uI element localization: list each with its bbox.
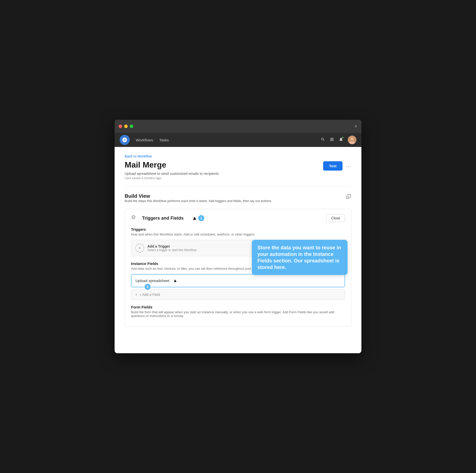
section-title-group: Build View Build the steps this Workflow… (125, 193, 272, 208)
add-field-label: + Add a Field (139, 293, 160, 297)
step2-badge: 2 (144, 283, 151, 290)
nav-workflows[interactable]: Workflows (136, 138, 153, 142)
expand-icon[interactable] (346, 194, 351, 201)
build-view-title: Build View (125, 193, 272, 199)
step1-indicator: ▲ 1 (192, 215, 205, 222)
nav-links: Workflows Tasks (136, 138, 321, 142)
svg-point-1 (351, 137, 354, 140)
add-field-row[interactable]: + + Add a Field (131, 289, 345, 300)
avatar-image (348, 136, 356, 144)
page-meta: Last saved 4 months ago (125, 176, 351, 180)
search-icon[interactable] (321, 137, 325, 143)
triggers-section: Triggers How and when this Workflow star… (131, 227, 345, 256)
cursor-icon-2: ▲ (172, 278, 178, 284)
add-trigger-text-group: Add a Trigger Select a trigger to start … (147, 244, 196, 252)
triggers-title: Triggers (131, 227, 345, 231)
header-actions: Test ··· (323, 161, 351, 171)
nav-tasks[interactable]: Tasks (159, 138, 169, 142)
form-fields-desc: Build the form that will appear when you… (131, 310, 345, 318)
logo-icon (122, 137, 127, 143)
minimize-window-button[interactable] (124, 125, 128, 128)
panel-title-row: ⚙ Triggers and Fields ▲ 1 (131, 214, 326, 222)
new-tab-button[interactable]: + (354, 124, 357, 129)
panel-title: Triggers and Fields (142, 216, 184, 221)
gear-icon: ⚙ (131, 214, 139, 222)
nav-icons (321, 136, 356, 144)
divider (125, 186, 351, 186)
grid-icon[interactable] (330, 137, 334, 143)
traffic-lights (119, 125, 133, 128)
instance-fields-inner: Upload spreadsheet ▲ 2 + + Add a Field (131, 274, 345, 300)
form-fields-section: Form Fields Build the form that will app… (131, 305, 345, 318)
panel-header: ⚙ Triggers and Fields ▲ 1 Close (131, 214, 345, 222)
nav-bar: Workflows Tasks (115, 133, 361, 147)
upload-spreadsheet-label: Upload spreadsheet (135, 279, 169, 283)
title-bar: + (115, 120, 361, 133)
notification-wrapper (339, 137, 343, 143)
step1-badge: 1 (198, 215, 205, 222)
avatar[interactable] (348, 136, 356, 144)
tooltip-text: Store the data you want to reuse in your… (257, 245, 341, 270)
add-trigger-label: Add a Trigger (147, 244, 196, 248)
add-trigger-sublabel: Select a trigger to start this Workflow (147, 248, 196, 252)
tooltip-bubble: Store the data you want to reuse in your… (252, 240, 348, 275)
close-window-button[interactable] (119, 125, 122, 128)
page-title: Mail Merge (125, 160, 166, 170)
page-header: Mail Merge Test ··· (125, 160, 351, 171)
upload-spreadsheet-field[interactable]: Upload spreadsheet ▲ 2 (131, 274, 345, 287)
build-view-subtitle: Build the steps this Workflow performs e… (125, 199, 272, 203)
back-to-workflow-link[interactable]: Back to Workflow (125, 154, 152, 158)
triggers-desc: How and when this Workflow starts. Add o… (131, 232, 345, 236)
add-trigger-icon: + (135, 244, 144, 253)
app-logo[interactable] (120, 135, 130, 145)
maximize-window-button[interactable] (130, 125, 133, 128)
close-panel-button[interactable]: Close (326, 214, 345, 222)
content-area: Back to Workflow Mail Merge Test ··· Upl… (115, 147, 361, 353)
app-window: + Workflows Tasks (115, 120, 361, 353)
notification-dot (342, 137, 344, 139)
section-header: Build View Build the steps this Workflow… (125, 193, 351, 208)
test-button[interactable]: Test (323, 161, 343, 171)
cursor-icon-1: ▲ (191, 214, 198, 222)
plus-icon: + (139, 246, 141, 251)
form-fields-title: Form Fields (131, 305, 345, 309)
tooltip-area: + Add a Trigger Select a trigger to star… (131, 240, 345, 256)
add-field-plus-icon: + (135, 293, 137, 297)
page-subtitle: Upload spreadsheet to send customized em… (125, 172, 351, 176)
more-options-button[interactable]: ··· (346, 164, 351, 169)
triggers-fields-panel: ⚙ Triggers and Fields ▲ 1 Close Triggers… (125, 209, 351, 327)
